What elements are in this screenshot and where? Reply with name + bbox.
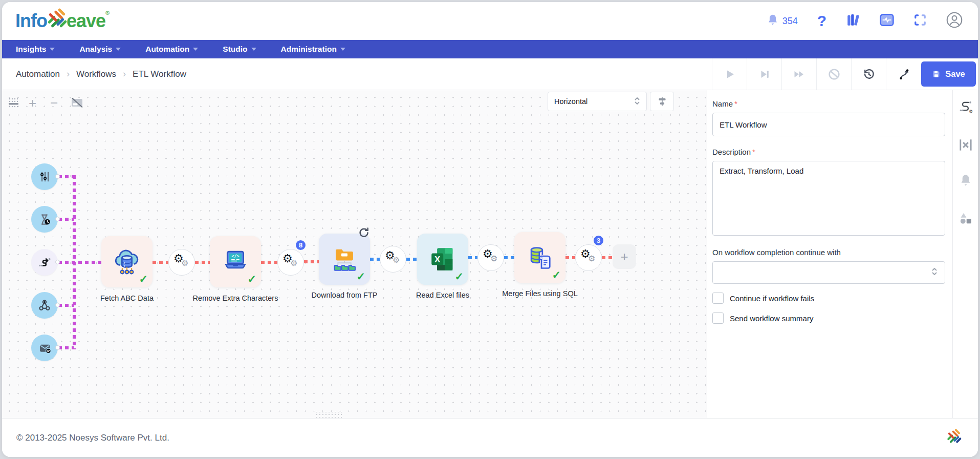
workflow-canvas[interactable]: + − Horizontal [2, 90, 707, 418]
shapes-icon [959, 211, 973, 225]
connection-line [468, 256, 477, 259]
app-header: Info eave ® [2, 2, 978, 40]
zoom-in-button[interactable]: + [29, 96, 36, 110]
minimap-toggle-button[interactable] [71, 97, 84, 111]
side-tool-rail: ⚙ [952, 90, 978, 418]
continue-if-fails-checkbox[interactable] [712, 293, 724, 304]
connector-settings-3[interactable]: ⚙⚙ [380, 246, 406, 273]
name-label: Name* [712, 99, 945, 108]
connector-settings-2[interactable]: ⚙⚙ [277, 249, 304, 276]
notifications-tab[interactable] [959, 173, 973, 190]
play-icon [724, 68, 736, 80]
trigger-connection-line [58, 261, 101, 264]
gear-icon: ⚙ [588, 254, 595, 263]
history-icon [862, 68, 876, 81]
infoveave-logo[interactable]: Info eave ® [15, 9, 110, 33]
run-history-button[interactable] [851, 58, 886, 90]
trigger-connection-line [58, 175, 74, 178]
stop-workflow-button[interactable] [816, 58, 851, 90]
close-panel-tab[interactable] [958, 137, 973, 155]
trigger-node-workflow[interactable] [31, 249, 58, 276]
gear-icon: ⚙ [290, 258, 297, 268]
connection-handle [55, 260, 60, 264]
bell-icon [766, 13, 779, 29]
workflow-node-read-excel-files[interactable]: X ✓ [417, 234, 468, 285]
nav-item-studio[interactable]: Studio [223, 45, 256, 54]
success-check-icon: ✓ [356, 270, 365, 283]
breadcrumb-separator: › [67, 69, 70, 79]
share-nodes-icon [37, 298, 52, 312]
connection-handle [55, 345, 60, 350]
registered-mark: ® [105, 10, 110, 16]
save-floppy-icon [932, 70, 941, 78]
trigger-connection-line [58, 304, 74, 307]
chevron-down-icon [251, 48, 256, 51]
nav-item-analysis[interactable]: Analysis [79, 45, 121, 54]
nav-item-administration[interactable]: Administration [281, 45, 345, 54]
workflow-route-icon [37, 255, 52, 269]
add-node-button[interactable]: + [613, 244, 636, 269]
gear-icon: ⚙ [393, 255, 400, 265]
run-workflow-button[interactable] [712, 58, 747, 90]
workflow-versions-button[interactable] [886, 58, 921, 90]
auto-layout-button[interactable] [650, 92, 674, 111]
breadcrumb-toolbar-row: Automation › Workflows › ETL Workflow [2, 58, 978, 90]
connection-handle [55, 217, 60, 221]
snap-grid-button[interactable] [8, 97, 20, 111]
run-all-button[interactable] [781, 58, 816, 90]
books-icon [846, 13, 860, 29]
node-label: Fetch ABC Data [71, 294, 183, 302]
connector-settings-1[interactable]: ⚙⚙ [168, 249, 195, 276]
logo-text-info: Info [15, 9, 47, 33]
save-button[interactable]: Save [921, 61, 976, 87]
fast-forward-icon [793, 68, 806, 80]
trigger-node-email[interactable] [31, 335, 58, 361]
select-chevrons-icon [634, 96, 640, 107]
breadcrumb-workflows[interactable]: Workflows [76, 69, 116, 79]
workflow-gear-icon: ⚙ [958, 99, 973, 115]
select-chevrons-icon [931, 267, 938, 278]
grid-icon [8, 97, 20, 109]
workflow-toolbar: Save [712, 58, 978, 90]
iteration-count-badge: 3 [593, 235, 604, 246]
workflow-node-merge-files-using-sql[interactable]: ✓ [514, 232, 565, 283]
completion-workflow-select[interactable] [712, 261, 945, 284]
trigger-node-schedule[interactable] [31, 206, 58, 233]
breadcrumb-automation[interactable]: Automation [16, 69, 60, 79]
nav-item-insights[interactable]: Insights [16, 45, 55, 54]
orientation-select[interactable]: Horizontal [548, 92, 647, 111]
canvas-resize-handle[interactable] [315, 411, 342, 418]
connection-line [370, 258, 380, 261]
success-check-icon: ✓ [139, 273, 148, 285]
help-button[interactable]: ? [817, 13, 826, 29]
close-between-bars-icon [958, 137, 973, 153]
workflow-name-input[interactable] [712, 113, 945, 136]
node-label: Remove Extra Characters [179, 294, 292, 302]
weave-logo-icon [45, 8, 69, 32]
workflow-node-remove-extra-characters[interactable]: </> ✓ [210, 236, 261, 287]
activity-monitor-button[interactable] [880, 13, 894, 29]
filter-sliders-icon [38, 170, 51, 183]
send-summary-checkbox[interactable] [712, 312, 724, 324]
weave-footer-icon [945, 429, 963, 447]
library-button[interactable] [846, 13, 860, 29]
workflow-description-input[interactable]: Extract, Transform, Load [712, 161, 945, 236]
workflow-node-download-from-ftp[interactable]: ✓ [319, 234, 370, 285]
workflow-settings-tab[interactable]: ⚙ [958, 99, 973, 117]
fullscreen-button[interactable] [913, 13, 927, 29]
skip-next-icon [758, 68, 771, 80]
sql-database-scroll-icon [525, 243, 555, 273]
success-check-icon: ✓ [552, 269, 561, 281]
nav-item-automation[interactable]: Automation [145, 45, 198, 54]
trigger-node-filter[interactable] [31, 163, 58, 190]
trigger-node-webhook[interactable] [31, 292, 58, 319]
connector-settings-4[interactable]: ⚙⚙ [477, 244, 504, 271]
notifications-button[interactable]: 354 [766, 13, 798, 29]
zoom-out-button[interactable]: − [50, 96, 58, 110]
run-step-button[interactable] [747, 58, 781, 90]
widgets-tab[interactable] [959, 211, 973, 227]
cloud-database-icon [112, 247, 142, 277]
profile-button[interactable] [946, 12, 963, 30]
workflow-node-fetch-abc-data[interactable]: ✓ [101, 236, 153, 287]
connector-settings-5[interactable]: ⚙⚙ [575, 244, 602, 271]
